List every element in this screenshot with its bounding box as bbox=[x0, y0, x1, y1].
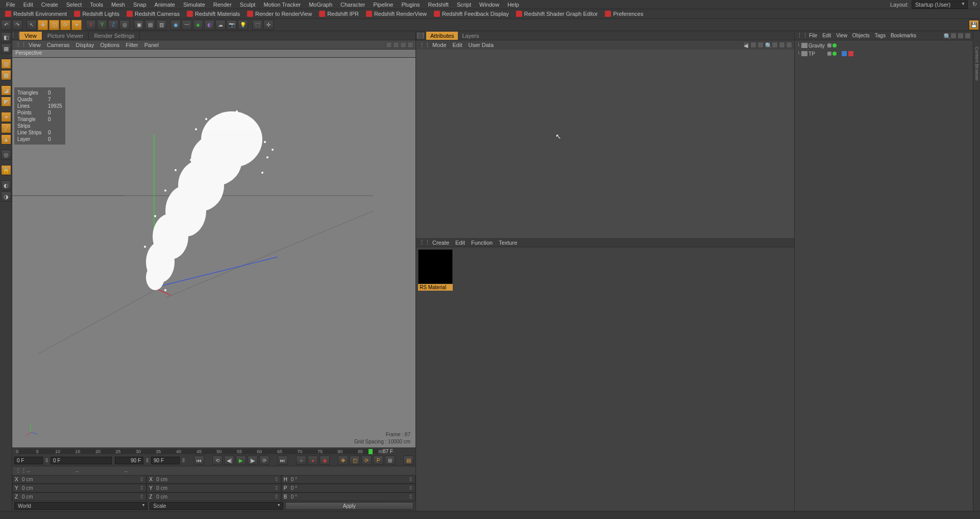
scale-tool[interactable]: ◫ bbox=[49, 20, 59, 30]
coord-y-pos[interactable]: Y0 cm⇕ bbox=[12, 484, 146, 492]
attr-menu-mode[interactable]: Mode bbox=[432, 42, 447, 48]
loop-fwd-button[interactable]: ⟳ bbox=[259, 456, 270, 465]
menu-redshift[interactable]: Redshift bbox=[424, 1, 453, 9]
rs-materials-tab[interactable]: Redshift Materials bbox=[184, 10, 243, 17]
menu-script[interactable]: Script bbox=[453, 1, 475, 9]
key-scale-button[interactable]: ◫ bbox=[350, 456, 360, 465]
attributes-tab[interactable]: Attributes bbox=[426, 32, 458, 40]
menu-simulate[interactable]: Simulate bbox=[179, 1, 209, 9]
attr-search-icon[interactable]: 🔍 bbox=[765, 42, 771, 48]
attr-up-icon[interactable] bbox=[757, 42, 764, 48]
menu-mograph[interactable]: MoGraph bbox=[305, 1, 336, 9]
coord-z-pos[interactable]: Z0 cm⇕ bbox=[12, 492, 146, 501]
snap-button[interactable]: ◎ bbox=[1, 150, 11, 160]
y-axis-button[interactable]: Y bbox=[97, 20, 107, 30]
go-end-button[interactable]: ⏭ bbox=[278, 456, 288, 465]
nav-rotate-icon[interactable] bbox=[400, 42, 406, 48]
viewport-3d[interactable]: Triangles0 Quads7 Lines19925 Points0 Tri… bbox=[12, 58, 415, 447]
refresh-icon[interactable]: ↻ bbox=[971, 1, 978, 8]
material-label[interactable]: RS Material bbox=[418, 284, 453, 291]
obj-menu-objects[interactable]: Objects bbox=[852, 33, 870, 38]
rs-prefs-tab[interactable]: Preferences bbox=[602, 10, 646, 17]
mat-menu-texture[interactable]: Texture bbox=[499, 240, 517, 246]
attr-home-icon[interactable] bbox=[772, 42, 778, 48]
loop-button[interactable]: ⟲ bbox=[212, 456, 223, 465]
attr-menu-userdata[interactable]: User Data bbox=[469, 42, 494, 48]
play-button[interactable]: ▶ bbox=[236, 456, 246, 465]
attr-lock-icon[interactable] bbox=[779, 42, 785, 48]
obj-menu-tags[interactable]: Tags bbox=[875, 33, 886, 38]
rs-env-tab[interactable]: Redshift Environment bbox=[2, 10, 70, 17]
grip-icon[interactable]: ⋮⋮ bbox=[15, 41, 22, 48]
menu-motion-tracker[interactable]: Motion Tracker bbox=[259, 1, 305, 9]
recent-tool[interactable]: ✦ bbox=[71, 20, 82, 30]
vp-menu-panel[interactable]: Panel bbox=[144, 42, 159, 48]
obj-menu-view[interactable]: View bbox=[836, 33, 847, 38]
enable-dot-icon[interactable] bbox=[832, 43, 837, 48]
polygons-button[interactable]: ▲ bbox=[1, 134, 11, 145]
rs-renderview-tab[interactable]: Redshift RenderView bbox=[363, 10, 430, 17]
grip-icon[interactable]: ⋮⋮ bbox=[12, 32, 19, 39]
workplane-button[interactable]: ▩ bbox=[1, 70, 11, 80]
attr-fwd-icon[interactable] bbox=[750, 42, 756, 48]
mat-menu-create[interactable]: Create bbox=[432, 240, 449, 246]
save-layout-button[interactable]: 💾 bbox=[969, 20, 979, 30]
grip-icon[interactable]: ⋮⋮ bbox=[419, 42, 426, 49]
mat-menu-edit[interactable]: Edit bbox=[455, 240, 465, 246]
timeline-track[interactable]: 0 5 10 15 20 25 30 35 40 45 50 55 60 65 … bbox=[17, 449, 381, 454]
enable-dot-icon[interactable] bbox=[832, 52, 837, 56]
tree-item-gravity[interactable]: └Gravity bbox=[796, 41, 826, 50]
generator-button[interactable]: ◈ bbox=[193, 20, 203, 30]
menu-snap[interactable]: Snap bbox=[129, 1, 151, 9]
tree-item-tp[interactable]: └TP bbox=[796, 50, 826, 58]
menu-tools[interactable]: Tools bbox=[86, 1, 107, 9]
tag-icon[interactable] bbox=[848, 51, 853, 56]
menu-file[interactable]: File bbox=[2, 1, 19, 9]
obj-search-icon[interactable]: 🔍 bbox=[943, 33, 949, 39]
viewport-render-button[interactable]: ◑ bbox=[1, 192, 11, 202]
coord-p-rot[interactable]: P0 °⇕ bbox=[281, 484, 415, 492]
scale-dropdown[interactable]: Scale bbox=[150, 502, 283, 510]
obj-filter-icon[interactable] bbox=[958, 33, 964, 39]
primitive-button[interactable]: ◉ bbox=[170, 20, 181, 30]
render-settings-button[interactable]: ▥ bbox=[156, 20, 166, 30]
step-back-button[interactable]: ◀| bbox=[224, 456, 234, 465]
layer-dot-icon[interactable] bbox=[827, 43, 831, 48]
camera-button[interactable]: 📷 bbox=[227, 20, 237, 30]
grip-icon[interactable]: ⋮⋮ bbox=[419, 239, 426, 246]
obj-menu-bookmarks[interactable]: Bookmarks bbox=[891, 33, 916, 38]
light-button[interactable]: 💡 bbox=[238, 20, 248, 30]
menu-animate[interactable]: Animate bbox=[151, 1, 179, 9]
key-pos-button[interactable]: ✥ bbox=[338, 456, 348, 465]
vp-menu-options[interactable]: Options bbox=[100, 42, 119, 48]
points-button[interactable]: ✦ bbox=[1, 112, 11, 122]
grip-icon[interactable]: ⋮⋮ bbox=[416, 32, 425, 40]
vp-menu-filter[interactable]: Filter bbox=[126, 42, 138, 48]
environment-button[interactable]: ☁ bbox=[215, 20, 226, 30]
world-dropdown[interactable]: World bbox=[14, 502, 148, 510]
menu-window[interactable]: Window bbox=[475, 1, 503, 9]
go-start-button[interactable]: ⏮ bbox=[194, 456, 204, 465]
mat-menu-function[interactable]: Function bbox=[471, 240, 493, 246]
attr-menu-edit[interactable]: Edit bbox=[453, 42, 462, 48]
particle-button[interactable]: ✢ bbox=[263, 20, 274, 30]
rs-cameras-tab[interactable]: Redshift Cameras bbox=[124, 10, 183, 17]
view-tab-view[interactable]: View bbox=[19, 32, 42, 40]
content-browser-label[interactable]: Content Browser bbox=[974, 46, 979, 81]
obj-menu-file[interactable]: File bbox=[809, 33, 817, 38]
menu-character[interactable]: Character bbox=[336, 1, 369, 9]
attr-new-icon[interactable] bbox=[786, 42, 792, 48]
texture-mode-button[interactable]: ▨ bbox=[1, 59, 11, 69]
axis-button[interactable]: ◩ bbox=[1, 97, 11, 107]
nav-max-icon[interactable] bbox=[407, 42, 413, 48]
playhead[interactable] bbox=[369, 449, 373, 454]
object-button[interactable]: ◪ bbox=[1, 85, 11, 96]
coord-z-size[interactable]: Z0 cm⇕ bbox=[146, 492, 281, 501]
viewport-solo-button[interactable]: ◐ bbox=[1, 180, 11, 191]
menu-pipeline[interactable]: Pipeline bbox=[369, 1, 397, 9]
attributes-body[interactable]: ↖ bbox=[416, 50, 794, 238]
end-frame-input[interactable] bbox=[115, 457, 143, 464]
obj-eye-icon[interactable] bbox=[965, 33, 971, 39]
x-axis-button[interactable]: X bbox=[86, 20, 96, 30]
timeline[interactable]: 0 5 10 15 20 25 30 35 40 45 50 55 60 65 … bbox=[12, 447, 415, 455]
